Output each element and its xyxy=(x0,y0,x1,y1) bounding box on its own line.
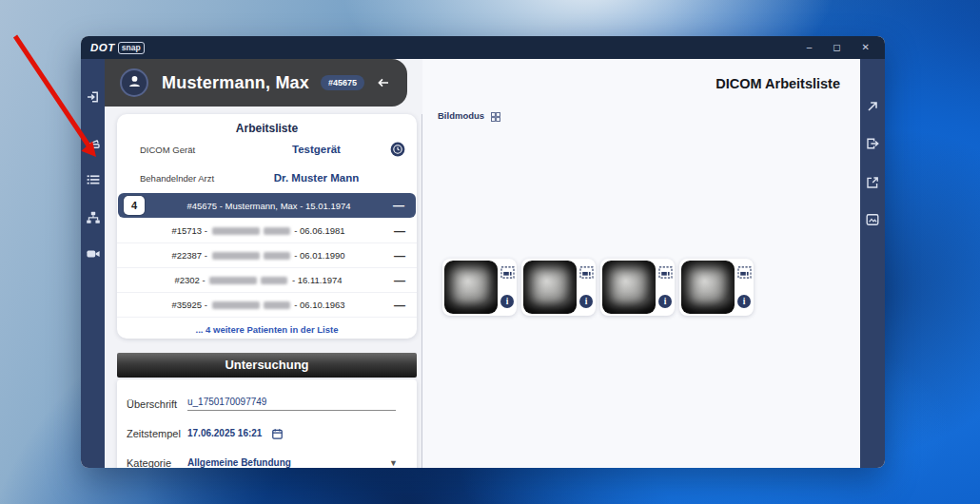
patient-row-text: #45675 - Mustermann, Max - 15.01.1974 xyxy=(145,201,393,211)
info-icon[interactable]: i xyxy=(579,295,593,308)
dicom-thumbnail[interactable]: i xyxy=(442,259,517,316)
examination-field-row: Überschriftu_1750170097749 xyxy=(117,389,417,418)
clock-icon[interactable] xyxy=(390,142,405,157)
close-button[interactable]: ✕ xyxy=(862,43,870,52)
logo-text-dot: DOT xyxy=(90,42,115,53)
xray-image[interactable] xyxy=(681,261,735,314)
logout-icon[interactable] xyxy=(86,89,101,105)
field-label: Überschrift xyxy=(127,398,187,410)
xray-image[interactable] xyxy=(444,261,498,314)
back-arrow-button[interactable] xyxy=(376,75,391,90)
grid-icon[interactable] xyxy=(490,109,501,121)
redacted-name xyxy=(264,252,290,260)
sitemap-icon[interactable] xyxy=(86,210,101,225)
patient-row-text: #15713 - - 06.06.1981 xyxy=(123,225,394,236)
window-controls: – ◻ ✕ xyxy=(807,43,875,52)
image-export-icon[interactable] xyxy=(500,265,515,278)
examination-field-row: Zeitstempel17.06.2025 16:21 xyxy=(117,418,417,448)
info-icon[interactable]: i xyxy=(737,295,751,308)
redacted-name xyxy=(209,277,257,284)
chevron-down-icon[interactable]: ▼ xyxy=(389,458,398,468)
worklist-field-row: DICOM GerätTestgerät xyxy=(117,135,417,164)
worklist-title: Arbeitsliste xyxy=(117,122,417,135)
xray-image[interactable] xyxy=(602,261,656,314)
desktop-wallpaper: DOT snap – ◻ ✕ Bildmodus iiii Mustermann… xyxy=(0,0,980,504)
page-title: DICOM Arbeitsliste xyxy=(715,76,840,91)
xray-image[interactable] xyxy=(523,261,577,314)
patient-list: 4#45675 - Mustermann, Max - 15.01.1974—#… xyxy=(117,193,417,318)
image-export-icon[interactable] xyxy=(737,265,752,278)
patient-row-text: #2302 - - 16.11.1974 xyxy=(123,275,394,285)
thumbnail-row: iiii xyxy=(442,259,754,316)
worklist-card: Arbeitsliste DICOM GerätTestgerätBehande… xyxy=(117,114,417,339)
arrow-up-right-icon[interactable] xyxy=(865,99,880,114)
remove-patient-button[interactable]: — xyxy=(394,276,405,285)
scanner-icon[interactable] xyxy=(86,136,101,151)
redacted-name xyxy=(212,227,260,235)
open-external-icon[interactable] xyxy=(865,175,880,190)
left-nav-rail xyxy=(81,59,105,468)
remove-patient-button[interactable]: — xyxy=(394,226,405,236)
field-value[interactable]: Testgerät xyxy=(243,144,390,155)
title-bar: DOT snap – ◻ ✕ xyxy=(81,36,885,59)
avatar xyxy=(120,68,148,97)
more-patients-link[interactable]: ... 4 weitere Patienten in der Liste xyxy=(117,324,417,335)
image-mode-control[interactable]: Bildmodus xyxy=(438,109,501,121)
calendar-icon[interactable] xyxy=(271,427,284,439)
remove-patient-button[interactable]: — xyxy=(393,201,404,210)
patient-name: Mustermann, Max xyxy=(162,73,309,93)
patient-row[interactable]: #35925 - - 06.10.1963— xyxy=(117,293,417,318)
patient-id-badge: #45675 xyxy=(321,75,364,90)
examination-section-header: Untersuchung xyxy=(117,353,417,378)
right-nav-rail xyxy=(860,59,885,468)
field-label: Behandelnder Arzt xyxy=(140,173,243,184)
thumbnail-actions: i xyxy=(736,259,754,316)
patient-header: Mustermann, Max #45675 xyxy=(105,59,407,107)
field-label: DICOM Gerät xyxy=(140,145,243,155)
redacted-name xyxy=(264,227,290,235)
dicom-thumbnail[interactable]: i xyxy=(679,259,754,316)
panel-divider xyxy=(421,114,422,468)
image-frame-icon[interactable] xyxy=(865,212,880,227)
field-value[interactable]: Allgemeine Befundung xyxy=(187,457,389,468)
image-export-icon[interactable] xyxy=(579,265,594,278)
logo-text-snap: snap xyxy=(118,42,145,54)
app-logo: DOT snap xyxy=(90,42,145,54)
thumbnail-actions: i xyxy=(500,259,517,316)
thumbnail-actions: i xyxy=(657,259,675,316)
patient-row[interactable]: #15713 - - 06.06.1981— xyxy=(117,219,417,243)
field-value[interactable]: 17.06.2025 16:21 xyxy=(187,428,262,438)
field-label: Kategorie xyxy=(127,457,187,469)
worklist-icon[interactable] xyxy=(86,172,101,187)
worklist-fields: DICOM GerätTestgerätBehandelnder ArztDr.… xyxy=(117,135,417,192)
redacted-name xyxy=(264,301,290,309)
remove-patient-button[interactable]: — xyxy=(394,251,405,261)
redacted-name xyxy=(212,301,260,309)
redacted-name xyxy=(212,252,260,260)
patient-row[interactable]: #2302 - - 16.11.1974— xyxy=(117,268,417,293)
patient-count-badge: 4 xyxy=(124,196,145,215)
info-icon[interactable]: i xyxy=(658,295,672,308)
worklist-field-row: Behandelnder ArztDr. Muster Mann xyxy=(117,164,417,192)
patient-row[interactable]: #22387 - - 06.01.1990— xyxy=(117,243,417,268)
video-camera-icon[interactable] xyxy=(86,246,101,262)
field-label: Zeitstempel xyxy=(127,428,187,439)
image-export-icon[interactable] xyxy=(658,265,673,278)
text-input[interactable]: u_1750170097749 xyxy=(187,397,396,411)
remove-patient-button[interactable]: — xyxy=(394,300,405,310)
person-icon xyxy=(127,73,143,93)
image-panel: Bildmodus iiii xyxy=(422,59,860,468)
info-icon[interactable]: i xyxy=(500,295,514,308)
patient-row[interactable]: 4#45675 - Mustermann, Max - 15.01.1974— xyxy=(118,193,416,218)
field-value[interactable]: Dr. Muster Mann xyxy=(243,172,390,184)
examination-card: Überschriftu_1750170097749Zeitstempel17.… xyxy=(117,379,417,468)
examination-field-row: KategorieAllgemeine Befundung▼ xyxy=(117,448,417,468)
redacted-name xyxy=(261,277,287,284)
patient-row-text: #22387 - - 06.01.1990 xyxy=(123,250,394,261)
minimize-button[interactable]: – xyxy=(807,43,813,52)
dicom-thumbnail[interactable]: i xyxy=(521,259,596,316)
dicom-thumbnail[interactable]: i xyxy=(600,259,675,316)
thumbnail-actions: i xyxy=(578,259,596,316)
export-icon[interactable] xyxy=(865,136,880,151)
maximize-button[interactable]: ◻ xyxy=(833,43,840,52)
